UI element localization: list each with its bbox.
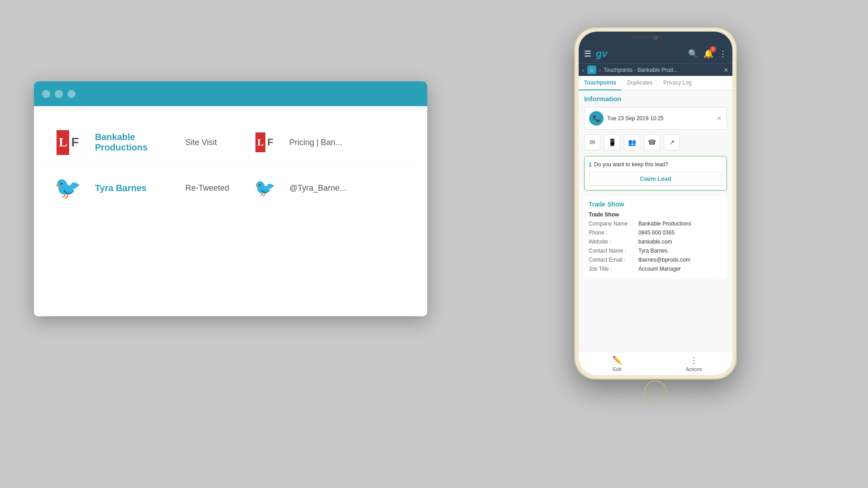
phone-alt-icon-btn[interactable]: ☎ — [644, 134, 660, 150]
company-label: Company Name : — [589, 221, 638, 227]
app-header: ☰ gv 🔍 🔔 7 ⋮ — [579, 44, 732, 63]
app-body: Information 📞 Tue 23 Sep 2019 10:25 ✕ ✉ … — [579, 90, 732, 352]
contact-name-label: Contact Name : — [589, 248, 638, 254]
search-icon[interactable]: 🔍 — [688, 49, 698, 59]
nav-back-arrow[interactable]: ‹ — [582, 66, 585, 74]
contact-email-value: tbarnes@bprods.com — [638, 257, 722, 263]
job-title-value: Account Manager — [638, 266, 722, 272]
call-icon-btn[interactable]: 📱 — [604, 134, 620, 150]
close-icon[interactable]: ✕ — [723, 66, 729, 74]
lf2-red-letter: L — [255, 132, 265, 152]
lf2-grey-letter: F — [265, 132, 273, 152]
app-bottom-bar: ✏️ Edit ⋮ Actions — [579, 352, 732, 375]
window-dot-green — [67, 90, 75, 98]
website-label: Website : — [589, 239, 638, 245]
item-logo2-twitter: 🐦 — [249, 176, 280, 201]
phone-value: 0845 600 0365 — [638, 230, 722, 236]
trade-show-section: Trade Show Trade Show Company Name : Ban… — [584, 196, 727, 279]
notification-icon[interactable]: 🔔 7 — [703, 49, 713, 59]
app-header-right: 🔍 🔔 7 ⋮ — [688, 49, 727, 59]
home-icon[interactable]: ⌂ — [587, 66, 596, 74]
phone-wrapper: ☰ gv 🔍 🔔 7 ⋮ ‹ ⌂ › Touchpoints - Bankabl… — [574, 27, 737, 470]
trade-show-type-row: Trade Show — [589, 211, 722, 218]
company-value: Bankable Productions — [638, 221, 722, 227]
item-logo-lf: L F — [50, 129, 86, 156]
tab-duplicates[interactable]: Duplicates — [622, 76, 658, 89]
app-tabs: Touchpoints Duplicates Privacy Log — [579, 76, 732, 90]
info-row-contact-email: Contact Email : tbarnes@bprods.com — [589, 257, 722, 263]
contact-name-value: Tyra Barnes — [638, 248, 722, 254]
info-icon: ℹ — [589, 161, 591, 168]
app-logo: gv — [596, 48, 608, 60]
list-item: 🐦 Tyra Barnes Re-Tweeted 🐦 @Tyra_Barne..… — [43, 165, 418, 211]
lf-grey-letter: F — [69, 130, 79, 155]
phone-screen: ☰ gv 🔍 🔔 7 ⋮ ‹ ⌂ › Touchpoints - Bankabl… — [579, 32, 732, 375]
lf-red-letter: L — [57, 130, 69, 155]
phone-call-icon: 📞 — [589, 111, 604, 126]
window-dot-red — [42, 90, 50, 98]
information-section-title: Information — [584, 95, 727, 103]
hamburger-icon[interactable]: ☰ — [584, 49, 591, 59]
item-detail-text: @Tyra_Barne... — [289, 183, 411, 193]
info-row-phone: Phone : 0845 600 0365 — [589, 230, 722, 236]
info-row-job-title: Job Title : Account Manager — [589, 266, 722, 272]
tab-privacy-log[interactable]: Privacy Log — [658, 76, 697, 89]
actions-label: Actions — [686, 366, 702, 372]
edit-button[interactable]: ✏️ Edit — [579, 352, 656, 375]
phone-status-bar — [579, 32, 732, 44]
browser-titlebar — [34, 81, 427, 106]
home-button[interactable] — [644, 380, 667, 403]
email-icon-btn[interactable]: ✉ — [584, 134, 600, 150]
call-close-icon[interactable]: ✕ — [717, 115, 722, 122]
app-nav-bar: ‹ ⌂ › Touchpoints - Bankable Prod... ✕ — [579, 63, 732, 76]
info-row-contact-name: Contact Name : Tyra Barnes — [589, 248, 722, 254]
nav-forward-arrow[interactable]: › — [599, 66, 601, 74]
action-icons-row: ✉ 📱 👥 ☎ ↗ — [584, 134, 727, 150]
trade-show-title: Trade Show — [589, 201, 722, 208]
item-company-name: Bankable Productions — [95, 132, 176, 153]
phone-device: ☰ gv 🔍 🔔 7 ⋮ ‹ ⌂ › Touchpoints - Bankabl… — [574, 27, 737, 380]
item-logo2-lf: L F — [249, 130, 280, 155]
keep-lead-header: ℹ Do you want to keep this lead? — [589, 161, 722, 168]
twitter-bird-icon: 🐦 — [54, 175, 81, 201]
item-detail-text: Pricing | Ban... — [289, 138, 411, 147]
external-link-icon-btn[interactable]: ↗ — [664, 134, 680, 150]
browser-content: L F Bankable Productions Site Visit L F … — [34, 106, 427, 224]
phone-camera — [653, 36, 658, 40]
trade-show-type: Trade Show — [589, 211, 722, 218]
job-title-label: Job Title : — [589, 266, 638, 272]
contacts-icon-btn[interactable]: 👥 — [624, 134, 640, 150]
info-row-company: Company Name : Bankable Productions — [589, 221, 722, 227]
actions-icon: ⋮ — [690, 355, 698, 365]
browser-window-controls — [42, 90, 75, 98]
app-header-left: ☰ gv — [584, 48, 608, 60]
notification-badge: 7 — [710, 46, 716, 52]
item-logo-twitter: 🐦 — [50, 174, 86, 202]
more-options-icon[interactable]: ⋮ — [719, 49, 727, 59]
info-row-website: Website : bankable.com — [589, 239, 722, 245]
tab-touchpoints[interactable]: Touchpoints — [579, 76, 622, 90]
item-action-type: Site Visit — [185, 138, 240, 147]
phone-label: Phone : — [589, 230, 638, 236]
keep-lead-box: ℹ Do you want to keep this lead? Claim L… — [584, 156, 727, 191]
phone-home-area — [579, 375, 732, 406]
claim-lead-button[interactable]: Claim Lead — [589, 172, 722, 186]
desktop-browser: L F Bankable Productions Site Visit L F … — [34, 81, 427, 316]
website-value: bankable.com — [638, 239, 722, 245]
actions-button[interactable]: ⋮ Actions — [656, 352, 732, 375]
call-badge: 📞 Tue 23 Sep 2019 10:25 ✕ — [584, 107, 727, 130]
keep-lead-text: Do you want to keep this lead? — [594, 161, 668, 168]
window-dot-yellow — [55, 90, 63, 98]
breadcrumb: Touchpoints - Bankable Prod... — [604, 67, 721, 73]
list-item: L F Bankable Productions Site Visit L F … — [43, 120, 418, 165]
item-contact-name: Tyra Barnes — [95, 183, 176, 193]
contact-email-label: Contact Email : — [589, 257, 638, 263]
call-date: Tue 23 Sep 2019 10:25 — [607, 115, 713, 122]
edit-label: Edit — [613, 366, 622, 372]
twitter-bird2-icon: 🐦 — [254, 178, 275, 198]
edit-icon: ✏️ — [612, 355, 622, 365]
item-action-type: Re-Tweeted — [185, 183, 240, 193]
